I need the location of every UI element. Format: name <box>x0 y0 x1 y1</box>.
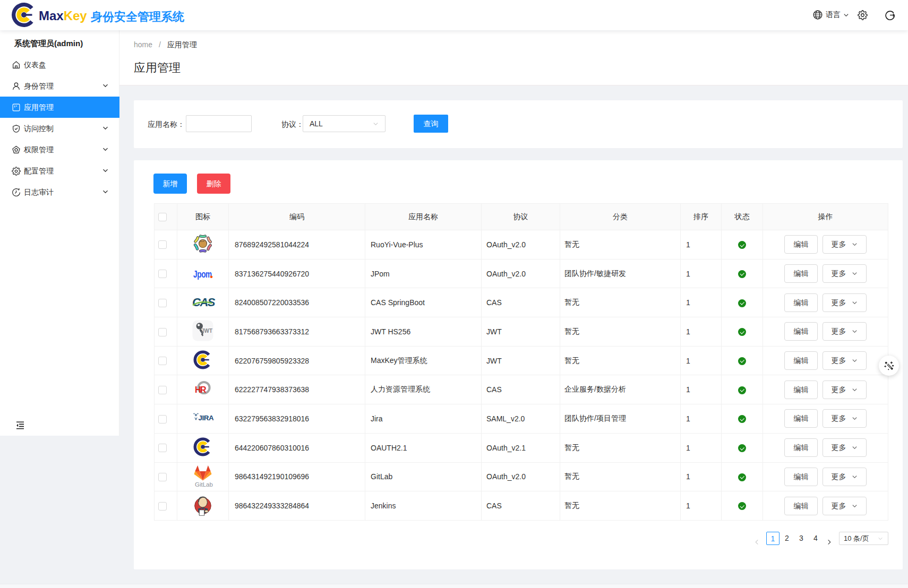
svg-text:GitLab: GitLab <box>195 481 213 488</box>
svg-text:JWT: JWT <box>201 328 212 334</box>
svg-text:Jpom: Jpom <box>193 270 212 280</box>
svg-text:HR: HR <box>195 385 207 394</box>
svg-text:JIRA: JIRA <box>199 414 214 422</box>
